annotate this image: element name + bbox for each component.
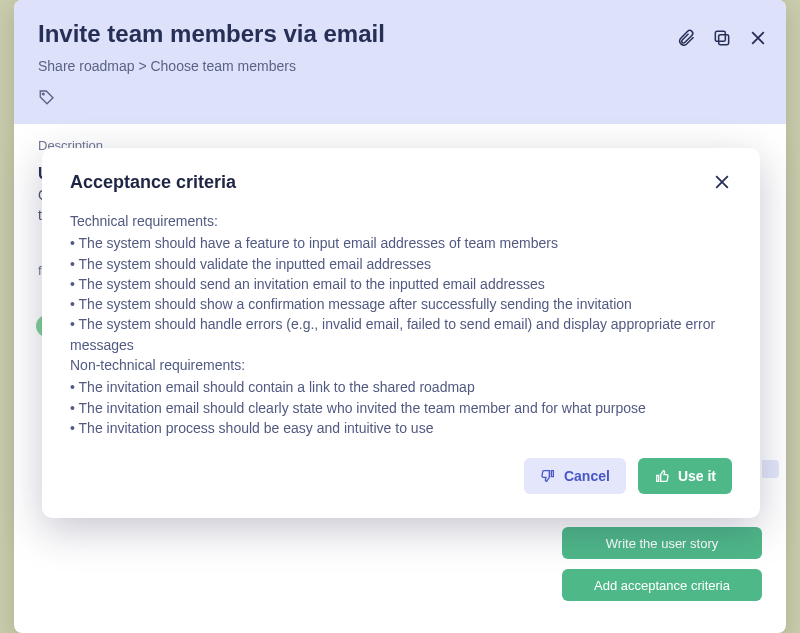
- modal-close-icon[interactable]: [712, 172, 732, 192]
- list-item: The invitation email should contain a li…: [70, 377, 732, 397]
- close-icon[interactable]: [748, 28, 768, 48]
- thumbs-up-icon: [654, 468, 670, 484]
- nontech-requirements-list: The invitation email should contain a li…: [70, 377, 732, 438]
- modal-title: Acceptance criteria: [70, 172, 236, 193]
- tech-requirements-header: Technical requirements:: [70, 211, 732, 231]
- tag-row: [38, 88, 762, 110]
- tech-requirements-list: The system should have a feature to inpu…: [70, 233, 732, 355]
- list-item: The system should handle errors (e.g., i…: [70, 314, 732, 355]
- modal-body: Technical requirements: The system shoul…: [70, 211, 732, 438]
- svg-rect-1: [719, 35, 729, 45]
- use-it-button[interactable]: Use it: [638, 458, 732, 494]
- tag-icon[interactable]: [38, 88, 56, 106]
- panel-header: Invite team members via email Share road…: [14, 0, 786, 124]
- copy-icon[interactable]: [712, 28, 732, 48]
- list-item: The system should show a confirmation me…: [70, 294, 732, 314]
- modal-actions: Cancel Use it: [70, 458, 732, 494]
- list-item: The invitation email should clearly stat…: [70, 398, 732, 418]
- nontech-requirements-header: Non-technical requirements:: [70, 355, 732, 375]
- modal-header: Acceptance criteria: [70, 172, 732, 193]
- list-item: The system should validate the inputted …: [70, 254, 732, 274]
- svg-point-0: [42, 93, 44, 95]
- use-it-label: Use it: [678, 468, 716, 484]
- thumbs-down-icon: [540, 468, 556, 484]
- panel-title: Invite team members via email: [38, 20, 762, 48]
- list-item: The invitation process should be easy an…: [70, 418, 732, 438]
- add-acceptance-criteria-button[interactable]: Add acceptance criteria: [562, 569, 762, 601]
- breadcrumb[interactable]: Share roadmap > Choose team members: [38, 58, 762, 74]
- list-item: The system should send an invitation ema…: [70, 274, 732, 294]
- attachment-icon[interactable]: [676, 28, 696, 48]
- acceptance-criteria-modal: Acceptance criteria Technical requiremen…: [42, 148, 760, 518]
- svg-rect-2: [715, 31, 725, 41]
- cancel-label: Cancel: [564, 468, 610, 484]
- header-actions: [676, 28, 768, 48]
- list-item: The system should have a feature to inpu…: [70, 233, 732, 253]
- cancel-button[interactable]: Cancel: [524, 458, 626, 494]
- write-user-story-button[interactable]: Write the user story: [562, 527, 762, 559]
